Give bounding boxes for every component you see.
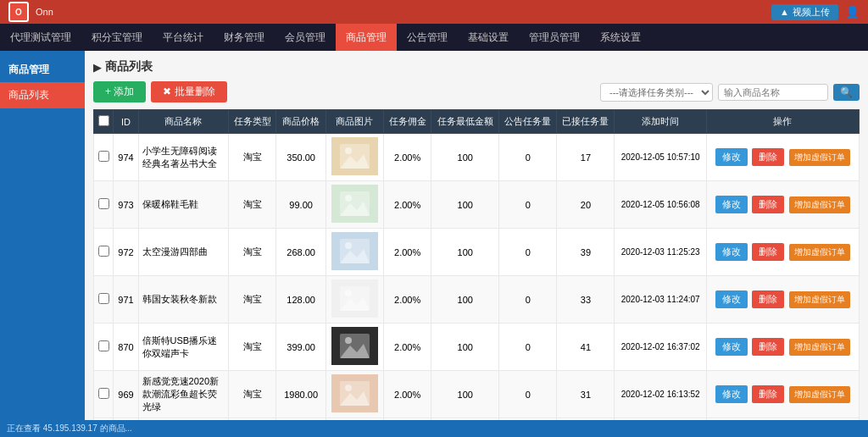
edit-button[interactable]: 修改 xyxy=(715,148,748,166)
logo: O xyxy=(8,2,29,22)
nav-item-member[interactable]: 会员管理 xyxy=(275,24,336,51)
toolbar: + 添加 ✖ 批量删除 ---请选择任务类别--- 淘宝 京东 🔍 xyxy=(93,81,860,102)
svg-point-18 xyxy=(345,337,352,344)
batch-delete-button[interactable]: ✖ 批量删除 xyxy=(151,81,226,102)
upload-button[interactable]: ▲ 视频上传 xyxy=(771,4,838,20)
nav-item-product[interactable]: 商品管理 xyxy=(336,24,397,51)
status-text: 正在查看 45.195.139.17 的商品... xyxy=(7,423,132,434)
sidebar-section-title: 商品管理 xyxy=(0,58,85,82)
top-bar-left: O Onn xyxy=(8,2,53,22)
nav-item-admin[interactable]: 管理员管理 xyxy=(519,24,590,51)
cell-min-amount: 100 xyxy=(431,134,499,181)
add-fake-order-button[interactable]: 增加虚假订单 xyxy=(789,291,850,308)
sidebar: 商品管理 商品列表 xyxy=(0,51,85,437)
delete-button[interactable]: 删除 xyxy=(752,385,784,403)
add-fake-order-button[interactable]: 增加虚假订单 xyxy=(789,149,850,166)
svg-point-22 xyxy=(345,384,352,391)
search-button[interactable]: 🔍 xyxy=(833,84,860,101)
cell-add-time: 2020-12-03 11:24:07 xyxy=(615,276,706,324)
cell-completed: 41 xyxy=(557,324,615,371)
cell-min-amount: 100 xyxy=(431,324,499,371)
cell-actions: 修改 删除 增加虚假订单 xyxy=(706,134,859,181)
edit-button[interactable]: 修改 xyxy=(715,338,748,356)
cell-id: 972 xyxy=(114,229,138,276)
page-title: 商品列表 xyxy=(105,59,153,75)
edit-button[interactable]: 修改 xyxy=(715,196,748,213)
delete-button[interactable]: 删除 xyxy=(752,290,784,308)
add-fake-order-button[interactable]: 增加虚假订单 xyxy=(789,339,850,356)
product-table: ID 商品名称 任务类型 商品价格 商品图片 任务佣金 任务最低金额 公告任务量… xyxy=(93,109,860,437)
cell-name: 新感觉竞速2020新款潮流彩鱼超长荧光绿 xyxy=(138,371,228,418)
cell-commission: 2.00% xyxy=(383,134,431,181)
top-bar-right: ▲ 视频上传 👤 xyxy=(771,4,860,20)
cell-id: 974 xyxy=(114,134,138,181)
task-type-filter[interactable]: ---请选择任务类别--- 淘宝 京东 xyxy=(600,83,713,102)
svg-point-14 xyxy=(345,290,352,296)
row-checkbox[interactable] xyxy=(98,388,109,399)
upload-icon: ▲ xyxy=(780,7,789,17)
status-bar: 正在查看 45.195.139.17 的商品... xyxy=(0,420,868,437)
add-fake-order-button[interactable]: 增加虚假订单 xyxy=(789,244,850,261)
row-checkbox[interactable] xyxy=(98,340,109,351)
edit-button[interactable]: 修改 xyxy=(715,243,748,261)
nav-item-system[interactable]: 系统设置 xyxy=(590,24,651,51)
table-row: 971 韩国女装秋冬新款 淘宝 128.00 2.00% 100 0 33 20… xyxy=(94,276,860,324)
page-header: ▶ 商品列表 xyxy=(93,59,860,75)
nav-item-jifenbao[interactable]: 积分宝管理 xyxy=(81,24,153,51)
col-checkbox xyxy=(94,110,114,134)
col-total-tasks: 公告任务量 xyxy=(499,110,557,134)
cell-checkbox xyxy=(94,134,114,181)
cell-total-tasks: 0 xyxy=(499,324,557,371)
cell-add-time: 2020-12-02 16:13:52 xyxy=(615,371,706,418)
cell-checkbox xyxy=(94,181,114,229)
brand-name: Onn xyxy=(36,7,53,17)
col-id: ID xyxy=(114,110,138,134)
row-checkbox[interactable] xyxy=(98,151,109,162)
nav-item-finance[interactable]: 财务管理 xyxy=(214,24,275,51)
cell-img xyxy=(326,371,383,418)
top-bar: O Onn ▲ 视频上传 👤 xyxy=(0,0,868,24)
sidebar-item-product-list[interactable]: 商品列表 xyxy=(0,82,85,108)
delete-button[interactable]: 删除 xyxy=(752,243,784,261)
select-all-checkbox[interactable] xyxy=(98,115,109,126)
row-checkbox[interactable] xyxy=(98,246,109,257)
search-input[interactable] xyxy=(718,84,828,101)
table-body: 974 小学生无障碍阅读经典名著丛书大全 淘宝 350.00 2.00% 100… xyxy=(94,134,860,438)
toolbar-right: ---请选择任务类别--- 淘宝 京东 🔍 xyxy=(600,83,860,102)
content-area: ▶ 商品列表 + 添加 ✖ 批量删除 ---请选择任务类别--- 淘宝 京东 🔍 xyxy=(85,51,868,437)
nav-item-notice[interactable]: 公告管理 xyxy=(397,24,458,51)
user-icon[interactable]: 👤 xyxy=(845,5,860,19)
delete-button[interactable]: 删除 xyxy=(752,196,784,213)
cell-completed: 31 xyxy=(557,371,615,418)
col-commission: 任务佣金 xyxy=(383,110,431,134)
nav-item-stats[interactable]: 平台统计 xyxy=(153,24,214,51)
cell-actions: 修改 删除 增加虚假订单 xyxy=(706,229,859,276)
cell-completed: 39 xyxy=(557,229,615,276)
add-fake-order-button[interactable]: 增加虚假订单 xyxy=(789,386,850,403)
delete-button[interactable]: 删除 xyxy=(752,148,784,166)
col-min-amount: 任务最低金额 xyxy=(431,110,499,134)
cell-add-time: 2020-12-05 10:56:08 xyxy=(615,181,706,229)
cell-total-tasks: 0 xyxy=(499,181,557,229)
col-type: 任务类型 xyxy=(228,110,275,134)
cell-checkbox xyxy=(94,276,114,324)
cell-type: 淘宝 xyxy=(228,181,275,229)
row-checkbox[interactable] xyxy=(98,198,109,209)
cell-commission: 2.00% xyxy=(383,181,431,229)
cell-type: 淘宝 xyxy=(228,134,275,181)
edit-button[interactable]: 修改 xyxy=(715,385,748,403)
nav-item-proxy[interactable]: 代理测试管理 xyxy=(0,24,81,51)
cell-id: 870 xyxy=(114,324,138,371)
add-product-button[interactable]: + 添加 xyxy=(93,81,146,102)
add-fake-order-button[interactable]: 增加虚假订单 xyxy=(789,196,850,213)
col-add-time: 添加时间 xyxy=(615,110,706,134)
cell-name: 倍斯特USB播乐迷你双端声卡 xyxy=(138,324,228,371)
table-row: 969 新感觉竞速2020新款潮流彩鱼超长荧光绿 淘宝 1980.00 2.00… xyxy=(94,371,860,418)
table-row: 972 太空漫游四部曲 淘宝 268.00 2.00% 100 0 39 202… xyxy=(94,229,860,276)
cell-img xyxy=(326,229,383,276)
edit-button[interactable]: 修改 xyxy=(715,290,748,308)
row-checkbox[interactable] xyxy=(98,293,109,304)
cell-total-tasks: 0 xyxy=(499,276,557,324)
delete-button[interactable]: 删除 xyxy=(752,338,784,356)
nav-item-basic[interactable]: 基础设置 xyxy=(458,24,519,51)
